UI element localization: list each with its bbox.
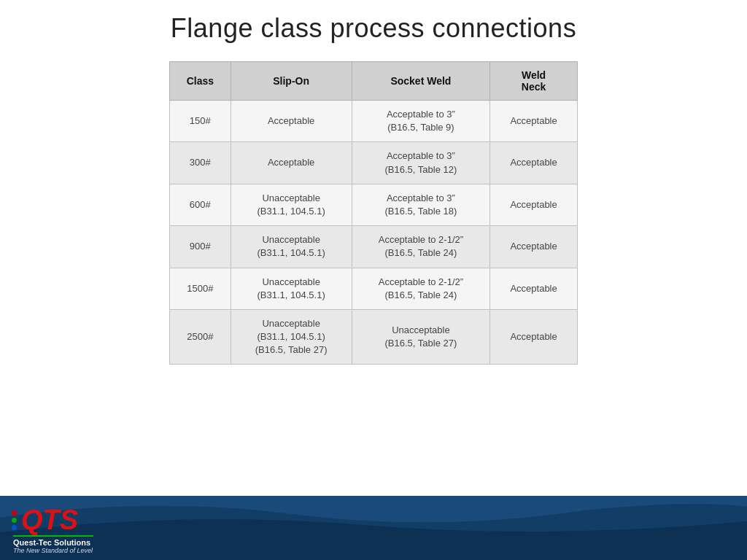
dot-blue (12, 525, 17, 530)
table-cell: Acceptable (490, 184, 578, 225)
table-cell: 600# (170, 184, 231, 225)
qts-logo-text: QTS (21, 506, 78, 534)
table-cell: Unacceptable(B31.1, 104.5.1) (231, 268, 352, 309)
page-title: Flange class process connections (171, 13, 576, 44)
table-cell: 150# (170, 101, 231, 142)
table-cell: Acceptable (490, 309, 578, 365)
table-row: 150#AcceptableAcceptable to 3”(B16.5, Ta… (170, 101, 578, 142)
table-row: 900#Unacceptable(B31.1, 104.5.1)Acceptab… (170, 226, 578, 268)
table-cell: Acceptable (231, 101, 352, 142)
footer-logo-area: QTS Quest-Tec Solutions The New Standard… (12, 506, 93, 554)
table-header-row: Class Slip-On Socket Weld WeldNeck (170, 62, 578, 101)
table-cell: Acceptable (490, 101, 578, 142)
table-cell: Acceptable (490, 142, 578, 184)
company-tagline: The New Standard of Level (13, 547, 93, 554)
footer-wave-decoration (0, 496, 747, 560)
company-text: Quest-Tec Solutions The New Standard of … (13, 538, 93, 554)
table-cell: Acceptable (490, 268, 578, 309)
flange-table: Class Slip-On Socket Weld WeldNeck 150#A… (169, 61, 578, 365)
dots-column (12, 510, 17, 530)
table-cell: Acceptable to 3”(B16.5, Table 9) (352, 101, 490, 142)
table-row: 600#Unacceptable(B31.1, 104.5.1)Acceptab… (170, 184, 578, 225)
table-cell: Unacceptable(B31.1, 104.5.1) (231, 184, 352, 225)
company-name: Quest-Tec Solutions (13, 538, 93, 547)
header-slip-on: Slip-On (231, 62, 352, 101)
table-cell: Unacceptable(B31.1, 104.5.1) (231, 226, 352, 268)
table-cell: 2500# (170, 309, 231, 365)
table-cell: Acceptable to 2-1/2”(B16.5, Table 24) (352, 268, 490, 309)
table-cell: Acceptable (490, 226, 578, 268)
table-row: 1500#Unacceptable(B31.1, 104.5.1)Accepta… (170, 268, 578, 309)
table-row: 2500#Unacceptable(B31.1, 104.5.1)(B16.5,… (170, 309, 578, 365)
green-divider (13, 535, 93, 537)
table-container: Class Slip-On Socket Weld WeldNeck 150#A… (169, 61, 578, 365)
table-cell: 900# (170, 226, 231, 268)
table-row: 300#AcceptableAcceptable to 3”(B16.5, Ta… (170, 142, 578, 184)
header-class: Class (170, 62, 231, 101)
table-cell: Unacceptable(B31.1, 104.5.1)(B16.5, Tabl… (231, 309, 352, 365)
table-cell: 300# (170, 142, 231, 184)
table-cell: Acceptable to 3”(B16.5, Table 12) (352, 142, 490, 184)
header-weld-neck: WeldNeck (490, 62, 578, 101)
table-cell: Unacceptable(B16.5, Table 27) (352, 309, 490, 365)
table-cell: Acceptable (231, 142, 352, 184)
table-cell: Acceptable to 2-1/2”(B16.5, Table 24) (352, 226, 490, 268)
qts-logo: QTS (12, 506, 78, 534)
table-body: 150#AcceptableAcceptable to 3”(B16.5, Ta… (170, 101, 578, 365)
footer: QTS Quest-Tec Solutions The New Standard… (0, 496, 747, 560)
header-socket-weld: Socket Weld (352, 62, 490, 101)
dot-green (12, 518, 17, 523)
main-content: Flange class process connections Class S… (0, 0, 747, 496)
table-cell: 1500# (170, 268, 231, 309)
table-cell: Acceptable to 3”(B16.5, Table 18) (352, 184, 490, 225)
dot-red (12, 510, 17, 516)
